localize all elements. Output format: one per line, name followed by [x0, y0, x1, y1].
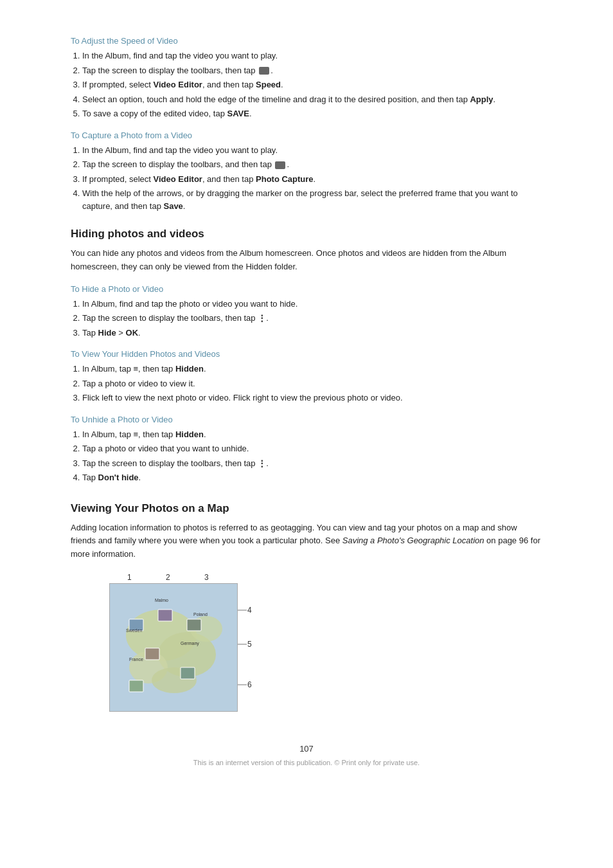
list-item: Tap the screen to display the toolbars, …	[82, 457, 542, 470]
list-item: Tap a photo or video to view it.	[82, 377, 542, 390]
page: To Adjust the Speed of Video In the Albu…	[0, 0, 613, 868]
list-item: To save a copy of the edited video, tap …	[82, 107, 542, 120]
view-hidden-section: To View Your Hidden Photos and Videos In…	[71, 349, 542, 404]
hide-photo-steps: In Album, find and tap the photo or vide…	[71, 298, 542, 339]
footer-text: This is an internet version of this publ…	[71, 759, 542, 766]
hiding-photos-intro: You can hide any photos and videos from …	[71, 247, 542, 274]
list-item: Tap the screen to display the toolbars, …	[82, 158, 542, 171]
unhide-photo-heading: To Unhide a Photo or Video	[71, 415, 542, 424]
hiding-photos-section: Hiding photos and videos You can hide an…	[71, 228, 542, 274]
list-item: Tap a photo or video that you want to un…	[82, 442, 542, 455]
unhide-photo-steps: In Album, tap ≡, then tap Hidden. Tap a …	[71, 428, 542, 484]
map-label-3: 3	[204, 573, 209, 582]
list-item: Tap the screen to display the toolbars, …	[82, 64, 542, 77]
list-item: In Album, tap ≡, then tap Hidden.	[82, 363, 542, 375]
map-label-2: 2	[166, 573, 170, 582]
list-item: Tap Hide > OK.	[82, 327, 542, 339]
list-item: If prompted, select Video Editor, and th…	[82, 173, 542, 186]
list-item: Tap Don't hide.	[82, 471, 542, 484]
map-svg: Malmo Sweden Poland France Germany	[110, 584, 238, 712]
svg-rect-10	[181, 667, 195, 679]
svg-rect-8	[187, 619, 201, 631]
viewing-map-intro: Adding location information to photos is…	[71, 521, 542, 561]
list-item: In the Album, find and tap the video you…	[82, 50, 542, 62]
list-item: If prompted, select Video Editor, and th…	[82, 78, 542, 91]
view-hidden-steps: In Album, tap ≡, then tap Hidden. Tap a …	[71, 363, 542, 404]
list-item: In the Album, find and tap the video you…	[82, 144, 542, 157]
list-item: In Album, tap ≡, then tap Hidden.	[82, 428, 542, 441]
adjust-speed-section: To Adjust the Speed of Video In the Albu…	[71, 36, 542, 120]
hide-photo-heading: To Hide a Photo or Video	[71, 284, 542, 294]
svg-text:Sweden: Sweden	[126, 628, 142, 633]
svg-rect-9	[145, 648, 159, 660]
viewing-map-section: Viewing Your Photos on a Map Adding loca…	[71, 502, 542, 725]
hide-photo-section: To Hide a Photo or Video In Album, find …	[71, 284, 542, 339]
unhide-photo-section: To Unhide a Photo or Video In Album, tap…	[71, 415, 542, 484]
viewing-map-title: Viewing Your Photos on a Map	[71, 502, 542, 515]
map-label-1: 1	[127, 573, 132, 582]
svg-text:France: France	[129, 657, 143, 662]
adjust-speed-heading: To Adjust the Speed of Video	[71, 36, 542, 46]
svg-rect-11	[129, 680, 143, 692]
map-label-6: 6	[247, 680, 252, 689]
list-item: Tap the screen to display the toolbars, …	[82, 312, 542, 325]
svg-text:Germany: Germany	[181, 641, 199, 646]
capture-photo-heading: To Capture a Photo from a Video	[71, 131, 542, 140]
view-hidden-heading: To View Your Hidden Photos and Videos	[71, 349, 542, 359]
svg-text:Poland: Poland	[193, 612, 208, 617]
adjust-speed-steps: In the Album, find and tap the video you…	[71, 50, 542, 120]
svg-text:Malmo: Malmo	[155, 598, 168, 602]
map-image: Malmo Sweden Poland France Germany	[109, 583, 238, 712]
svg-rect-7	[158, 610, 172, 621]
capture-photo-steps: In the Album, find and tap the video you…	[71, 144, 542, 213]
map-label-4: 4	[247, 606, 252, 615]
list-item: With the help of the arrows, or by dragg…	[82, 187, 542, 212]
page-number: 107	[71, 744, 542, 754]
map-label-5: 5	[247, 640, 252, 649]
hiding-photos-title: Hiding photos and videos	[71, 228, 542, 240]
list-item: In Album, find and tap the photo or vide…	[82, 298, 542, 311]
capture-photo-section: To Capture a Photo from a Video In the A…	[71, 131, 542, 213]
map-callout-lines	[238, 583, 238, 584]
list-item: Select an option, touch and hold the edg…	[82, 93, 542, 106]
map-diagram-container: Malmo Sweden Poland France Germany 1 2 3…	[109, 570, 328, 725]
list-item: Flick left to view the next photo or vid…	[82, 392, 542, 404]
